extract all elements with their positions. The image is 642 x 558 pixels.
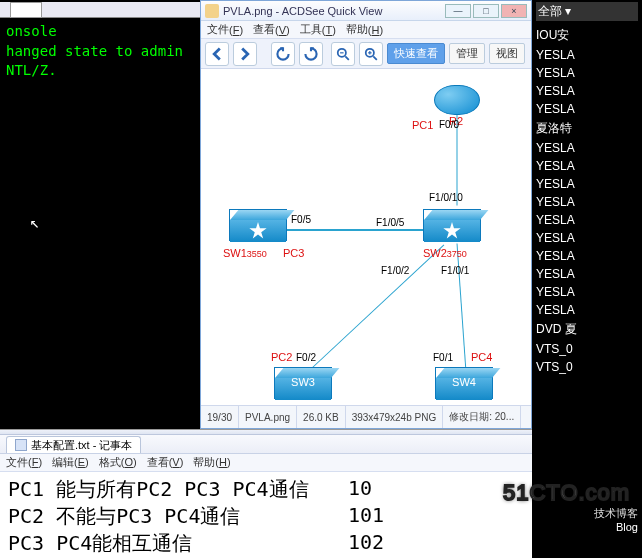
label-sw1: SW13550 xyxy=(223,247,267,259)
menu-help[interactable]: 帮助(H) xyxy=(346,22,383,37)
sidebar-item[interactable]: YESLA xyxy=(536,301,638,319)
sidebar-item[interactable]: YESLA xyxy=(536,211,638,229)
app-icon xyxy=(205,4,219,18)
np-menu-format[interactable]: 格式(O) xyxy=(99,455,137,470)
terminal-body[interactable]: onsole hanged state to admin NTL/Z. ↖ xyxy=(0,18,200,429)
sidebar-item[interactable]: YESLA xyxy=(536,229,638,247)
quickview-button[interactable]: 快速查看 xyxy=(387,43,445,64)
port-f0-2: F0/2 xyxy=(296,352,316,363)
viewer-toolbar: 快速查看 管理 视图 xyxy=(201,39,531,69)
sidebar-item[interactable]: YESLA xyxy=(536,139,638,157)
terminal-window: onsole hanged state to admin NTL/Z. ↖ xyxy=(0,2,200,429)
link-sw3-sw2 xyxy=(305,245,445,375)
status-size: 26.0 KB xyxy=(297,406,346,428)
view-button[interactable]: 视图 xyxy=(489,43,525,64)
np-menu-view[interactable]: 查看(V) xyxy=(147,455,184,470)
sidebar-item[interactable]: YESLA xyxy=(536,247,638,265)
port-f1-0-5: F1/0/5 xyxy=(376,217,404,228)
menu-view[interactable]: 查看(V) xyxy=(253,22,290,37)
titlebar[interactable]: PVLA.png - ACDSee Quick View — □ × xyxy=(201,1,531,21)
label-pc3: PC3 xyxy=(283,247,304,259)
sidebar-item[interactable]: YESLA xyxy=(536,100,638,118)
port-f1-0-2: F1/0/2 xyxy=(381,265,409,276)
manage-button[interactable]: 管理 xyxy=(449,43,485,64)
svg-line-4 xyxy=(373,56,377,60)
port-f0-0: F0/0 xyxy=(439,119,459,130)
sidebar-item[interactable]: YESLA xyxy=(536,265,638,283)
menu-tools[interactable]: 工具(T) xyxy=(300,22,336,37)
switch-sw1 xyxy=(229,209,287,241)
switch-sw2 xyxy=(423,209,481,241)
maximize-button[interactable]: □ xyxy=(473,4,499,18)
diagram-canvas: R2 PC1 F0/0 F1/0/10 SW13550 PC3 F0/5 F1/… xyxy=(201,69,531,405)
notepad-tab[interactable]: 基本配置.txt - 记事本 xyxy=(6,436,141,453)
zoom-in-button[interactable] xyxy=(359,42,383,66)
router-r2: R2 xyxy=(434,85,480,115)
sidebar-item[interactable]: YESLA xyxy=(536,193,638,211)
sidebar-item[interactable]: VTS_0 xyxy=(536,358,638,376)
zoom-out-button[interactable] xyxy=(331,42,355,66)
status-mod: 修改日期: 20... xyxy=(443,406,521,428)
sidebar-item[interactable]: YESLA xyxy=(536,175,638,193)
right-sidebar: 全部 ▾ IOU安 YESLA YESLA YESLA YESLA 夏洛特 YE… xyxy=(532,0,642,558)
port-f0-1: F0/1 xyxy=(433,352,453,363)
statusbar: 19/30 PVLA.png 26.0 KB 393x479x24b PNG 修… xyxy=(201,405,531,428)
minimize-button[interactable]: — xyxy=(445,4,471,18)
link-sw2-sw4 xyxy=(457,243,467,378)
sidebar-item[interactable]: DVD 夏 xyxy=(536,319,638,340)
label-pc1: PC1 xyxy=(412,119,433,131)
window-title: PVLA.png - ACDSee Quick View xyxy=(223,5,445,17)
port-f1-0-1: F1/0/1 xyxy=(441,265,469,276)
notepad-icon xyxy=(15,439,27,451)
port-f1-0-10: F1/0/10 xyxy=(429,192,463,203)
terminal-tabbar[interactable] xyxy=(0,2,200,18)
sidebar-item[interactable]: YESLA xyxy=(536,46,638,64)
sidebar-item[interactable]: YESLA xyxy=(536,157,638,175)
close-button[interactable]: × xyxy=(501,4,527,18)
sidebar-item[interactable]: YESLA xyxy=(536,82,638,100)
viewer-menubar: 文件(F) 查看(V) 工具(T) 帮助(H) xyxy=(201,21,531,39)
np-menu-help[interactable]: 帮助(H) xyxy=(193,455,230,470)
np-menu-edit[interactable]: 编辑(E) xyxy=(52,455,89,470)
status-index: 19/30 xyxy=(201,406,239,428)
router-icon xyxy=(434,85,480,115)
rotate-left-button[interactable] xyxy=(271,42,295,66)
cursor-icon: ↖ xyxy=(30,213,40,232)
rotate-right-button[interactable] xyxy=(299,42,323,66)
port-f0-5: F0/5 xyxy=(291,214,311,225)
next-button[interactable] xyxy=(233,42,257,66)
label-pc2: PC2 xyxy=(271,351,292,363)
menu-file[interactable]: 文件(F) xyxy=(207,22,243,37)
np-menu-file[interactable]: 文件(F) xyxy=(6,455,42,470)
label-pc4: PC4 xyxy=(471,351,492,363)
svg-line-1 xyxy=(345,56,349,60)
status-dim: 393x479x24b PNG xyxy=(346,406,444,428)
sidebar-item[interactable]: IOU安 xyxy=(536,25,638,46)
switch-sw4: SW4 xyxy=(435,367,493,399)
sidebar-item[interactable]: YESLA xyxy=(536,64,638,82)
sidebar-item[interactable]: VTS_0 xyxy=(536,340,638,358)
prev-button[interactable] xyxy=(205,42,229,66)
status-file: PVLA.png xyxy=(239,406,297,428)
sidebar-item[interactable]: 夏洛特 xyxy=(536,118,638,139)
acdsee-window: PVLA.png - ACDSee Quick View — □ × 文件(F)… xyxy=(200,0,532,429)
link-sw1-sw2 xyxy=(287,229,423,231)
label-sw2: SW23750 xyxy=(423,247,467,259)
sidebar-item[interactable]: YESLA xyxy=(536,283,638,301)
switch-sw3: SW3 xyxy=(274,367,332,399)
sidebar-header[interactable]: 全部 ▾ xyxy=(536,2,638,21)
